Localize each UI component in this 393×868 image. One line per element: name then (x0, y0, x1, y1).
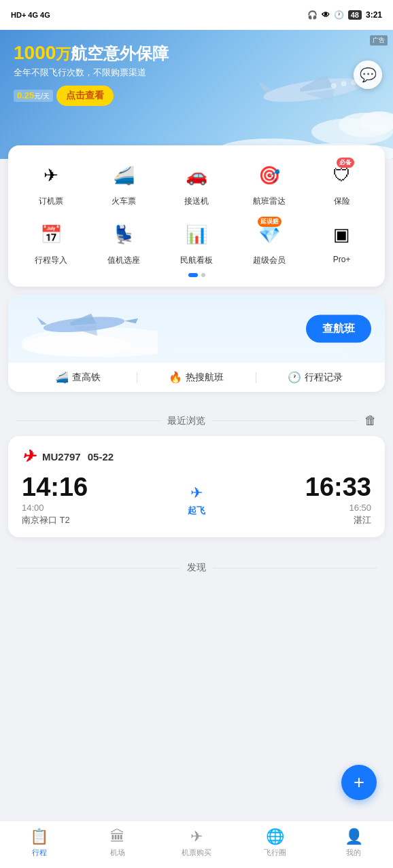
nav-item-buy-ticket[interactable]: ✈机票购买 (157, 828, 236, 862)
flight-search-plane (22, 305, 158, 359)
depart-scheduled: 14:00 (22, 503, 88, 513)
flight-number: MU2797 (42, 451, 81, 463)
chat-icon: 💬 (360, 67, 377, 83)
pro-plus-icon: ▣ (326, 218, 358, 251)
banner-price: 0.25元/天 (14, 90, 53, 102)
left-divider (16, 420, 160, 421)
super-member-badge: 延误赔 (258, 217, 281, 227)
buy-ticket-nav-icon: ✈ (190, 828, 203, 846)
flight-search-banner: 查航班 (8, 295, 385, 363)
transfer-icon: 🚗 (180, 159, 213, 192)
recent-browse-header: 最近浏览 🗑 (0, 400, 393, 436)
checkin-label: 值机选座 (107, 255, 140, 266)
banner-text-block: 1000万航空意外保障 全年不限飞行次数，不限购票渠道 0.25元/天 点击查看 (14, 43, 169, 106)
menu-item-pro-plus[interactable]: ▣Pro+ (305, 218, 378, 266)
hot-flight-icon: 🔥 (169, 371, 182, 384)
insurance-icon: 🛡必备 (326, 159, 358, 192)
itinerary-import-label: 行程导入 (35, 255, 67, 266)
airport-nav-icon: 🏛 (110, 828, 125, 846)
airport-nav-label: 机场 (110, 848, 125, 858)
headphone-icon: 🎧 (307, 10, 318, 20)
quick-link-train-query[interactable]: 🚄查高铁 (19, 371, 137, 384)
arrive-time: 16:33 (305, 474, 371, 500)
flight-status-label: 起飞 (188, 505, 205, 517)
discover-right-divider (213, 568, 377, 568)
menu-item-radar[interactable]: 🎯航班雷达 (233, 159, 305, 207)
flight-circle-nav-label: 飞行圈 (264, 848, 286, 858)
menu-item-book-flight[interactable]: ✈订机票 (15, 159, 88, 207)
menu-item-super-member[interactable]: 💎延误赔超级会员 (233, 218, 305, 266)
banner-subtitle: 全年不限飞行次数，不限购票渠道 (14, 67, 169, 79)
itinerary-import-icon: 📅 (35, 218, 67, 251)
menu-item-itinerary-import[interactable]: 📅行程导入 (15, 218, 88, 266)
aviation-board-label: 民航看板 (180, 255, 213, 266)
banner-title: 1000万航空意外保障 (14, 43, 169, 62)
svg-point-14 (22, 335, 131, 357)
fab-plus-icon: + (354, 772, 364, 793)
menu-item-insurance[interactable]: 🛡必备保险 (305, 159, 378, 207)
flight-search-card: 查航班 🚄查高铁🔥热搜航班🕐行程记录 (8, 295, 385, 392)
status-left: HD+ 4G 4G (11, 11, 50, 19)
quick-link-hot-flight[interactable]: 🔥热搜航班 (137, 371, 255, 384)
flight-record-card[interactable]: ✈ MU2797 05-22 14:16 14:00 南京禄口 T2 ✈ 起飞 … (8, 436, 385, 537)
radar-label: 航班雷达 (253, 196, 286, 207)
quick-menu-card: ✈订机票🚄火车票🚗接送机🎯航班雷达🛡必备保险📅行程导入💺值机选座📊民航看板💎延误… (8, 145, 385, 287)
search-flight-button[interactable]: 查航班 (306, 315, 371, 343)
mine-nav-icon: 👤 (345, 828, 363, 846)
menu-grid: ✈订机票🚄火车票🚗接送机🎯航班雷达🛡必备保险📅行程导入💺值机选座📊民航看板💎延误… (15, 159, 378, 266)
arrive-scheduled: 16:50 (305, 503, 371, 513)
bottom-navigation: 📋行程🏛机场✈机票购买🌐飞行圈👤我的 (0, 820, 393, 868)
depart-block: 14:16 14:00 南京禄口 T2 (22, 474, 88, 526)
train-query-icon: 🚄 (55, 371, 69, 384)
train-query-label: 查高铁 (72, 372, 101, 384)
flight-circle-nav-icon: 🌐 (266, 828, 284, 846)
network-label: HD+ 4G 4G (11, 11, 50, 19)
trip-record-icon: 🕐 (288, 371, 301, 384)
nav-item-itinerary[interactable]: 📋行程 (0, 828, 79, 862)
super-member-icon: 💎延误赔 (253, 218, 286, 251)
promo-banner[interactable]: 1000万航空意外保障 全年不限飞行次数，不限购票渠道 0.25元/天 点击查看… (0, 30, 393, 159)
checkin-icon: 💺 (107, 218, 140, 251)
train-icon: 🚄 (107, 159, 140, 192)
aviation-board-icon: 📊 (180, 218, 213, 251)
itinerary-nav-icon: 📋 (30, 828, 48, 846)
nav-item-airport[interactable]: 🏛机场 (79, 828, 158, 862)
chat-button[interactable]: 💬 (354, 60, 382, 89)
recent-browse-title: 最近浏览 (167, 415, 205, 427)
discover-title-line: 发现 (16, 562, 377, 574)
flight-date: 05-22 (88, 451, 114, 463)
clear-browse-button[interactable]: 🗑 (364, 414, 377, 428)
flight-direction-icon: ✈ (190, 484, 203, 502)
banner-cta-button[interactable]: 点击查看 (56, 86, 114, 106)
depart-time: 14:16 (22, 474, 88, 500)
section-title-line: 最近浏览 (16, 415, 356, 427)
battery-indicator: 48 (348, 10, 362, 20)
itinerary-nav-label: 行程 (32, 848, 47, 858)
quick-link-trip-record[interactable]: 🕐行程记录 (256, 371, 374, 384)
menu-item-aviation-board[interactable]: 📊民航看板 (160, 218, 233, 266)
discover-title: 发现 (187, 562, 206, 574)
quick-links-row: 🚄查高铁🔥热搜航班🕐行程记录 (8, 363, 385, 392)
menu-item-checkin[interactable]: 💺值机选座 (88, 218, 160, 266)
nav-item-flight-circle[interactable]: 🌐飞行圈 (236, 828, 315, 862)
train-label: 火车票 (112, 196, 136, 207)
fab-add-button[interactable]: + (341, 765, 377, 800)
discover-section-header: 发现 (0, 548, 393, 582)
pro-plus-label: Pro+ (333, 255, 351, 264)
clock-icon: 🕐 (334, 10, 344, 20)
buy-ticket-nav-label: 机票购买 (182, 848, 211, 858)
flight-times-row: 14:16 14:00 南京禄口 T2 ✈ 起飞 16:33 16:50 湛江 (22, 474, 371, 526)
nav-item-mine[interactable]: 👤我的 (314, 828, 393, 862)
menu-item-transfer[interactable]: 🚗接送机 (160, 159, 233, 207)
flight-record-header: ✈ MU2797 05-22 (22, 447, 371, 466)
book-flight-icon: ✈ (35, 159, 67, 192)
trip-record-label: 行程记录 (305, 372, 343, 384)
menu-item-train[interactable]: 🚄火车票 (88, 159, 160, 207)
time-display: 3:21 (366, 10, 382, 20)
menu-pagination-dots (15, 273, 378, 277)
mine-nav-label: 我的 (346, 848, 361, 858)
dot-1 (188, 273, 198, 277)
insurance-badge: 必备 (337, 158, 354, 168)
depart-airport: 南京禄口 T2 (22, 514, 88, 526)
ad-label: 广告 (370, 35, 388, 46)
